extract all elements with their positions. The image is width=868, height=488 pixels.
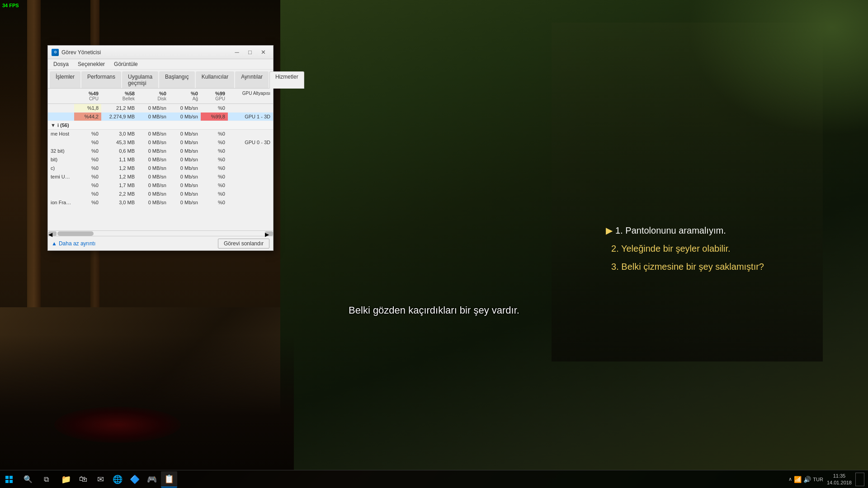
tab-ayrintilar[interactable]: Ayrıntılar (235, 71, 269, 88)
store-icon[interactable]: 🛍 (75, 471, 91, 488)
col-cpu[interactable]: %49 CPU (74, 90, 101, 102)
process-disk: 0 MB/sn (137, 164, 169, 172)
process-disk: 0 MB/sn (137, 147, 169, 155)
process-cpu: %0 (74, 138, 101, 146)
task-manager-app-icon[interactable]: 📋 (161, 471, 177, 488)
process-disk: 0 MB/sn (137, 181, 169, 189)
task-view-icon[interactable]: ⧉ (38, 471, 54, 488)
process-gpu: %0 (201, 155, 228, 164)
process-gpu-engine (228, 130, 273, 138)
volume-icon[interactable]: 🔊 (803, 476, 811, 483)
process-network: 0 Mb/sn (169, 147, 201, 155)
process-memory: 0,6 MB (101, 147, 137, 155)
process-row-game[interactable]: %44,2 2.274,9 MB 0 MB/sn 0 Mb/sn %99,8 G… (48, 113, 273, 121)
system-tray-expand[interactable]: ∧ (788, 476, 792, 482)
process-network: 0 Mb/sn (169, 190, 201, 198)
clock[interactable]: 11:35 14.01.2018 (825, 473, 854, 486)
process-row[interactable]: temi Uygulaması %0 1,2 MB 0 MB/sn 0 Mb/s… (48, 173, 273, 181)
process-row[interactable]: me Host %0 3,0 MB 0 MB/sn 0 Mb/sn %0 (48, 130, 273, 138)
col-name[interactable] (48, 90, 74, 102)
col-network[interactable]: %0 Ağ (169, 90, 201, 102)
end-task-button[interactable]: Görevi sonlandır (218, 239, 269, 249)
process-disk: 0 MB/sn (137, 113, 169, 121)
process-row[interactable]: c) %0 1,2 MB 0 MB/sn 0 Mb/sn %0 (48, 164, 273, 173)
process-memory: 45,3 MB (101, 138, 137, 146)
game-app-icon[interactable]: 🎮 (144, 471, 160, 488)
menu-goruntule[interactable]: Görüntüle (110, 60, 142, 68)
process-row[interactable]: %1,8 21,2 MB 0 MB/sn 0 Mb/sn %0 (48, 104, 273, 113)
maximize-button[interactable]: □ (244, 48, 256, 57)
process-cpu: %0 (74, 190, 101, 198)
tab-uygulama-gecmisi[interactable]: Uygulama geçmişi (122, 71, 158, 88)
process-disk: 0 MB/sn (137, 198, 169, 206)
col-gpu[interactable]: %99 GPU (201, 90, 228, 102)
process-row[interactable]: %0 1,7 MB 0 MB/sn 0 Mb/sn %0 (48, 181, 273, 190)
svg-rect-2 (5, 480, 9, 483)
quest-option-2[interactable]: 2. Yeleğinde bir şeyler olabilir. (606, 239, 764, 258)
show-desktop-button[interactable] (855, 473, 864, 486)
tab-performans[interactable]: Performans (81, 71, 121, 88)
process-cpu: %44,2 (74, 113, 101, 121)
tab-baslangic[interactable]: Başlangıç (159, 71, 195, 88)
process-list[interactable]: %1,8 21,2 MB 0 MB/sn 0 Mb/sn %0 %44,2 2.… (48, 104, 273, 230)
process-network: 0 Mb/sn (169, 130, 201, 138)
process-memory: 21,2 MB (101, 104, 137, 112)
taskbar-apps: 📁 🛍 ✉ 🌐 🔷 🎮 📋 (56, 471, 785, 488)
process-row[interactable]: %0 2,2 MB 0 MB/sn 0 Mb/sn %0 (48, 190, 273, 198)
col-memory[interactable]: %58 Bellek (101, 90, 137, 102)
svg-rect-3 (9, 480, 13, 483)
browser-app-icon[interactable]: 🌐 (109, 471, 126, 488)
quest-option-3[interactable]: 3. Belki çizmesine bir şey saklamıştır? (606, 258, 764, 276)
process-memory: 2,2 MB (101, 190, 137, 198)
process-gpu-engine: GPU 0 - 3D (228, 138, 273, 146)
process-gpu: %0 (201, 198, 228, 206)
search-icon[interactable]: 🔍 (20, 471, 36, 488)
title-bar[interactable]: ⚙ Görev Yöneticisi ─ □ ✕ (48, 46, 273, 59)
foliage-top-right (687, 0, 868, 136)
process-disk: 0 MB/sn (137, 104, 169, 112)
window-title: Görev Yöneticisi (61, 49, 231, 56)
h-scroll-left[interactable]: ◀ (48, 231, 57, 236)
process-name (48, 113, 74, 121)
process-name: 32 bit) (48, 147, 74, 155)
menu-secenekler[interactable]: Seçenekler (74, 60, 108, 68)
start-button[interactable] (0, 470, 18, 488)
process-row[interactable]: bit) %0 1,1 MB 0 MB/sn 0 Mb/sn %0 (48, 155, 273, 164)
quest-option-1-active[interactable]: ▶1. Pantolonunu aramalıyım. (606, 221, 764, 239)
process-row[interactable]: %0 45,3 MB 0 MB/sn 0 Mb/sn %0 GPU 0 - 3D (48, 138, 273, 147)
group-memory (101, 121, 137, 129)
app-icon: ⚙ (52, 49, 59, 56)
horizontal-scrollbar[interactable]: ◀ ▶ (48, 230, 273, 236)
process-name (48, 190, 74, 198)
process-row[interactable]: ion Framework ... %0 3,0 MB 0 MB/sn 0 Mb… (48, 198, 273, 207)
app-icon-1[interactable]: 🔷 (127, 471, 143, 488)
process-cpu: %0 (74, 130, 101, 138)
tab-islemler[interactable]: İşlemler (50, 71, 80, 88)
col-gpu-engine[interactable]: GPU Altyapısı (228, 90, 273, 102)
tab-hizmetler[interactable]: Hizmetler (269, 71, 304, 89)
group-cpu (74, 121, 101, 129)
tab-kullanicilar[interactable]: Kullanıcılar (196, 71, 234, 88)
process-memory: 1,2 MB (101, 164, 137, 172)
close-button[interactable]: ✕ (257, 48, 269, 57)
h-scroll-right[interactable]: ▶ (265, 231, 273, 236)
fps-counter: 34 FPS (2, 2, 19, 9)
process-name: me Host (48, 130, 74, 138)
menu-bar: Dosya Seçenekler Görüntüle (48, 59, 273, 70)
process-row[interactable]: 32 bit) %0 0,6 MB 0 MB/sn 0 Mb/sn %0 (48, 147, 273, 155)
bottom-bar: ▲ Daha az ayrıntı Görevi sonlandır (48, 236, 273, 250)
minimize-button[interactable]: ─ (231, 48, 243, 57)
less-detail-label: Daha az ayrıntı (59, 240, 95, 247)
mail-icon[interactable]: ✉ (92, 471, 108, 488)
less-detail-button[interactable]: ▲ Daha az ayrıntı (52, 240, 95, 247)
file-explorer-icon[interactable]: 📁 (58, 471, 74, 488)
process-group-header[interactable]: ▼ i (56) (48, 121, 273, 130)
col-disk[interactable]: %0 Disk (137, 90, 169, 102)
menu-dosya[interactable]: Dosya (50, 60, 72, 68)
network-icon[interactable]: 📶 (794, 476, 802, 483)
process-gpu-engine (228, 198, 273, 206)
process-gpu: %0 (201, 173, 228, 181)
keyboard-layout[interactable]: TUR (813, 477, 823, 482)
system-tray: ∧ 📶 🔊 TUR 11:35 14.01.2018 (785, 473, 868, 486)
h-scroll-thumb[interactable] (57, 231, 94, 236)
